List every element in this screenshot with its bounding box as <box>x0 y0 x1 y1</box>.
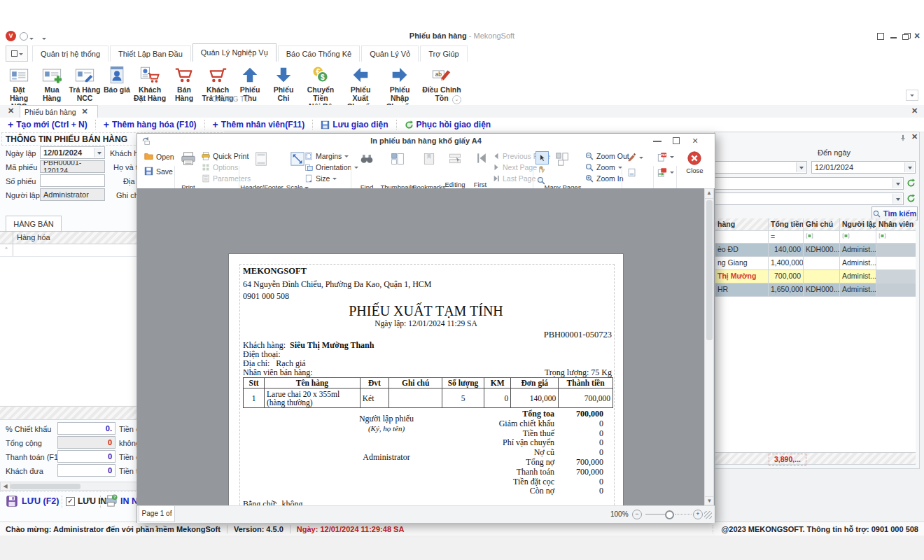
dialog-maximize-button[interactable] <box>673 137 680 144</box>
zoom-slider-knob[interactable] <box>665 510 674 519</box>
zoom-slider-track[interactable] <box>645 514 665 514</box>
preview-area[interactable]: MEKONGSOFT 64 Nguyễn Đình Chiểu, Phường … <box>137 188 715 505</box>
scroll-thumb[interactable] <box>706 200 713 340</box>
col-khach-hang[interactable]: hàng <box>715 218 769 230</box>
ma-phieu-field[interactable]: PBH00001-120124 <box>40 160 105 173</box>
col-nguoi-lap[interactable]: Người lập <box>840 218 876 230</box>
ribbon-tab-thiet-lap[interactable]: Thiết Lập Ban Đầu <box>110 46 191 62</box>
nguoi-lap-field[interactable]: Administrator <box>40 188 105 201</box>
margins-button[interactable]: Margins <box>304 152 349 160</box>
many-pages-button[interactable] <box>554 151 570 168</box>
zoom-out-button[interactable]: Zoom Out <box>585 152 629 160</box>
options-button-disabled: Options <box>202 163 238 172</box>
luu-button[interactable]: LƯU (F2) <box>6 495 59 507</box>
thumbnails-button[interactable] <box>391 152 405 167</box>
hand-tool-button[interactable] <box>537 165 545 175</box>
pin-icon[interactable] <box>899 134 906 143</box>
chiet-khau-field[interactable]: 0. <box>57 422 115 435</box>
tao-moi-button[interactable]: +Tạo mới (Ctrl + N) <box>0 120 95 130</box>
phuc-hoi-giao-dien-button[interactable]: Phục hồi giao diện <box>397 120 499 130</box>
col-tong-tien[interactable]: Tổng tiền <box>769 218 804 230</box>
send-document-button[interactable] <box>657 167 674 177</box>
thanh-toan-field[interactable]: 0 <box>57 450 115 463</box>
scroll-up-icon[interactable]: ▲ <box>705 189 713 199</box>
group-options-icon[interactable]: ⌄ <box>452 95 461 104</box>
close-preview-button[interactable] <box>687 150 702 167</box>
scroll-thumb[interactable] <box>10 484 80 489</box>
ribbon-window-switch-button[interactable] <box>6 46 28 62</box>
quick-print-button[interactable]: Quick Print <box>202 152 248 160</box>
refresh-icon[interactable] <box>906 178 916 189</box>
ribbon-tab-quan-ly-vo[interactable]: Quản Lý Vỏ <box>361 46 419 62</box>
close-tab-icon[interactable]: ✕ <box>82 108 88 115</box>
resize-grip[interactable] <box>704 511 712 519</box>
dialog-minimize-button[interactable] <box>653 141 662 142</box>
find-button[interactable] <box>360 152 374 167</box>
window-bottom-filler <box>0 536 924 560</box>
zoom-in-button[interactable]: Zoom In <box>585 174 624 183</box>
tu-ngay-combo[interactable] <box>715 161 807 174</box>
luu-giao-dien-button[interactable]: Lưu giao diện <box>313 120 396 130</box>
close-document-icon[interactable]: ✕ <box>911 107 918 115</box>
ngay-lap-combo[interactable]: 12/01/2024 <box>40 146 105 159</box>
header-footer-button-disabled <box>253 151 269 168</box>
fullscreen-button[interactable] <box>876 33 885 41</box>
close-all-tabs-icon[interactable]: ✕ <box>8 107 14 115</box>
filter-row[interactable]: = <box>715 231 916 244</box>
col-ghi-chu[interactable]: Ghi chú <box>804 218 840 230</box>
tra-hang-ncc-button[interactable]: Trả Hàng NCC <box>69 63 101 102</box>
mua-hang-button[interactable]: Mua Hàng <box>36 63 67 102</box>
them-nhan-vien-button[interactable]: +Thêm nhân viên(F11) <box>205 120 313 130</box>
ribbon-tab-bao-cao[interactable]: Báo Cáo Thống Kê <box>278 46 360 62</box>
preview-vertical-scrollbar[interactable]: ▲ ▼ <box>704 188 714 505</box>
print-button[interactable] <box>178 151 199 168</box>
phieu-xuat-chuyen-kho-button[interactable]: Phiếu Xuất Chuyển Kho <box>342 63 379 102</box>
close-window-button[interactable]: × <box>914 31 923 38</box>
them-hang-hoa-button[interactable]: +Thêm hàng hóa (F10) <box>96 120 204 130</box>
rib bon-tab-nghiep-vu[interactable]: Quản Lý Nghiệp Vụ <box>192 43 276 62</box>
khach-dua-field[interactable]: 0 <box>57 464 115 477</box>
floppy-purple-icon <box>6 495 18 507</box>
bookmarks-button-disabled <box>422 152 436 167</box>
scroll-left-icon[interactable]: ◀ <box>1 482 10 491</box>
result-row[interactable]: èo ĐD 140,000 KDH000... Administ... <box>715 244 916 257</box>
export-document-button[interactable]: PDF <box>657 152 674 162</box>
result-row-selected[interactable]: Thị Mường 700,000 Administ... <box>715 270 916 284</box>
close-panel-icon[interactable]: ✕ <box>911 133 918 141</box>
bao-gia-button[interactable]: Báo giá <box>102 63 132 102</box>
den-ngay-combo[interactable]: 12/01/2024 <box>811 161 916 174</box>
dialog-close-button[interactable]: × <box>692 135 698 146</box>
ribbon-tab-tro-giup[interactable]: Trợ Giúp <box>420 46 467 62</box>
column-header-hang-hoa[interactable]: Hàng hóa <box>17 233 50 241</box>
col-nhan-vien[interactable]: Nhân viên <box>876 218 916 230</box>
maximize-button[interactable] <box>902 33 911 41</box>
watermark-button[interactable] <box>627 153 643 162</box>
tab-hang-ban[interactable]: HÀNG BÁN <box>6 216 62 231</box>
scroll-down-icon[interactable]: ▼ <box>705 496 714 505</box>
result-row[interactable]: ng Giang 1,400,000 Administ... <box>715 257 916 270</box>
so-phieu-field[interactable] <box>40 174 105 187</box>
zoom-minus-button[interactable]: − <box>632 510 642 519</box>
dat-hang-ncc-button[interactable]: Đặt Hàng NCC <box>3 63 35 102</box>
dialog-titlebar[interactable]: In phiếu bán hàng khổ giấy A4 × <box>137 134 715 149</box>
phieu-nhap-chuyen-kho-button[interactable]: Phiếu Nhập Chuyển Kho <box>381 63 419 102</box>
scale-button[interactable] <box>290 151 305 168</box>
page-color-button[interactable] <box>627 168 636 177</box>
result-row[interactable]: HR 1,650,000 KDH000... Administ... <box>715 284 916 297</box>
open-button[interactable]: Open <box>144 152 174 161</box>
ribbon-tab-quan-tri[interactable]: Quản trị hệ thống <box>32 46 108 62</box>
filter-combo-1[interactable] <box>715 177 904 190</box>
ribbon-collapse-icon[interactable] <box>906 90 918 101</box>
phieu-chi-button[interactable]: Phiếu Chi <box>267 63 300 102</box>
filter-combo-2[interactable] <box>715 192 904 205</box>
zoom-plus-button[interactable]: + <box>693 510 703 519</box>
tab-phieu-ban-hang[interactable]: Phiếu bán hàng ✕ <box>20 105 98 118</box>
save-button[interactable]: Save <box>144 167 173 176</box>
refresh-icon[interactable] <box>906 194 916 204</box>
zoom-button[interactable]: Zoom <box>585 163 622 172</box>
size-button[interactable]: Size <box>304 174 337 183</box>
chuyen-tien-noi-bo-button[interactable]: €$ Chuyển Tiền Nội Bộ <box>301 63 340 102</box>
pointer-tool-button-selected[interactable] <box>536 151 549 164</box>
khach-dat-hang-button[interactable]: Khách Đặt Hàng <box>133 63 167 102</box>
zoom-slider-track-right[interactable] <box>675 514 692 514</box>
